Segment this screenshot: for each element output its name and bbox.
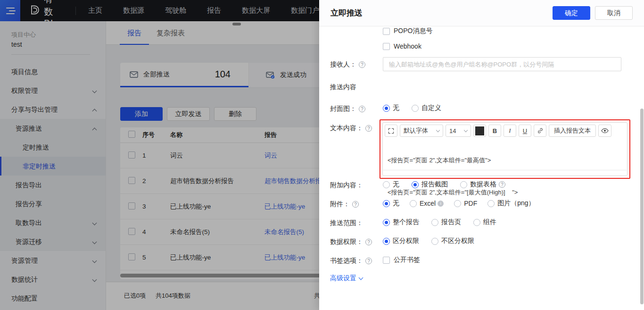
radio-icon [431,219,438,226]
chevron-down-icon [359,276,363,280]
recipient-label: 接收人：? [330,60,365,69]
radio-cover-none[interactable]: 无 [383,104,399,112]
radio-extra-datatable[interactable]: 数据表格? [460,180,505,189]
help-icon[interactable]: ? [365,239,372,245]
radio-icon [383,219,390,226]
radio-cover-custom[interactable]: 自定义 [412,104,441,112]
help-icon[interactable]: ? [365,125,372,132]
bookmark-option[interactable]: 公开书签 [383,256,420,264]
radio-icon [473,219,480,226]
radio-scope-whole[interactable]: 整个报告 [383,218,419,226]
cover-label: 封面图：? [330,105,365,113]
channel-option-webhook[interactable]: Webhook [383,42,421,50]
chevron-down-icon [464,128,468,132]
radio-icon [460,181,467,188]
radio-icon [487,200,495,207]
chevron-down-icon [436,128,440,132]
radio-attach-none[interactable]: 无 [383,199,399,208]
data-permission-options: 区分权限 不区分权限 [383,237,474,245]
confirm-button[interactable]: 确定 [553,6,590,20]
recipient-input[interactable] [383,57,621,71]
font-family-select[interactable]: 默认字体 [400,125,443,137]
radio-icon [412,105,419,112]
font-size-select[interactable]: 14 [446,125,471,137]
underline-button[interactable]: U [519,125,531,137]
radio-extra-none[interactable]: 无 [383,180,399,189]
radio-icon [410,200,417,207]
italic-button[interactable]: I [504,125,516,137]
radio-icon [431,238,438,245]
cancel-button[interactable]: 取消 [595,6,633,20]
extra-content-label: 附加内容： [330,181,363,190]
radio-perm-separate[interactable]: 区分权限 [383,237,419,245]
popo-checkbox[interactable] [383,28,390,35]
info-icon[interactable]: i [438,201,444,207]
bold-button[interactable]: B [488,125,501,137]
color-swatch [475,126,484,135]
radio-attach-pdf[interactable]: PDF [454,200,477,207]
editor-divider [383,170,627,170]
data-permission-label: 数据权限：? [330,238,372,246]
radio-icon [454,200,461,207]
push-now-drawer: 立即推送 确定 取消 POPO消息号 Webhook 接收人：? 推送内容 封面… [319,0,644,310]
radio-extra-screenshot[interactable]: 报告截图 [412,180,448,189]
modal-overlay[interactable] [0,0,319,310]
rich-text-editor: 默认字体 14 B I U 插入报告文本 <报告页="页面 2",文本组件="最… [382,122,627,176]
radio-scope-page[interactable]: 报告页 [431,218,461,226]
push-content-section-title: 推送内容 [330,83,356,92]
drawer-body: POPO消息号 Webhook 接收人：? 推送内容 封面图：? 无 自定义 文… [319,26,644,310]
extra-content-options: 无 报告截图 数据表格? [383,180,505,189]
drawer-actions: 确定 取消 [553,6,633,20]
highlight-red-box: 默认字体 14 B I U 插入报告文本 <报告页="页面 2",文本组件="最… [380,119,630,179]
help-icon[interactable]: ? [365,258,372,264]
radio-attach-excel[interactable]: Exceli [410,200,444,207]
text-content-label: 文本内容：? [330,124,372,133]
help-icon[interactable]: ? [352,201,359,208]
insert-report-text-button[interactable]: 插入报告文本 [549,125,596,137]
attachment-options: 无 Exceli PDF 图片（png） [383,199,535,208]
bookmark-label: 书签选项：? [330,257,372,265]
radio-icon [383,105,390,112]
help-icon[interactable]: ? [499,181,505,188]
public-bookmark-checkbox[interactable] [383,257,390,264]
drawer-header: 立即推送 确定 取消 [319,0,644,26]
editor-line: <报告页="页面 2",文本组件="[最大值(High)] "> [388,188,622,197]
preview-eye-icon[interactable] [598,125,611,137]
radio-icon [383,200,390,207]
editor-toolbar: 默认字体 14 B I U 插入报告文本 [383,123,627,139]
radio-scope-component[interactable]: 组件 [473,218,496,226]
font-color-picker[interactable] [473,125,486,137]
drawer-scrollbar-thumb[interactable] [640,109,644,304]
help-icon[interactable]: ? [359,61,365,68]
drawer-title: 立即推送 [330,8,363,18]
advanced-settings-link[interactable]: 高级设置 [330,274,363,283]
fullscreen-expand-icon[interactable] [385,125,397,137]
radio-attach-png[interactable]: 图片（png） [487,199,535,208]
push-scope-options: 整个报告 报告页 组件 [383,218,496,226]
radio-perm-none[interactable]: 不区分权限 [431,237,474,245]
radio-icon [412,181,419,188]
radio-icon [383,181,390,188]
cover-options: 无 自定义 [383,104,454,112]
push-scope-label: 推送范围： [330,219,363,227]
editor-line: <报告页="页面 2",文本组件="最高值"> [388,156,622,165]
radio-icon [383,238,390,245]
hyperlink-icon[interactable] [534,125,546,137]
channel-option-popo[interactable]: POPO消息号 [383,27,432,35]
webhook-checkbox[interactable] [383,43,390,50]
help-icon[interactable]: ? [359,106,365,112]
attachment-label: 附件：? [330,200,359,209]
